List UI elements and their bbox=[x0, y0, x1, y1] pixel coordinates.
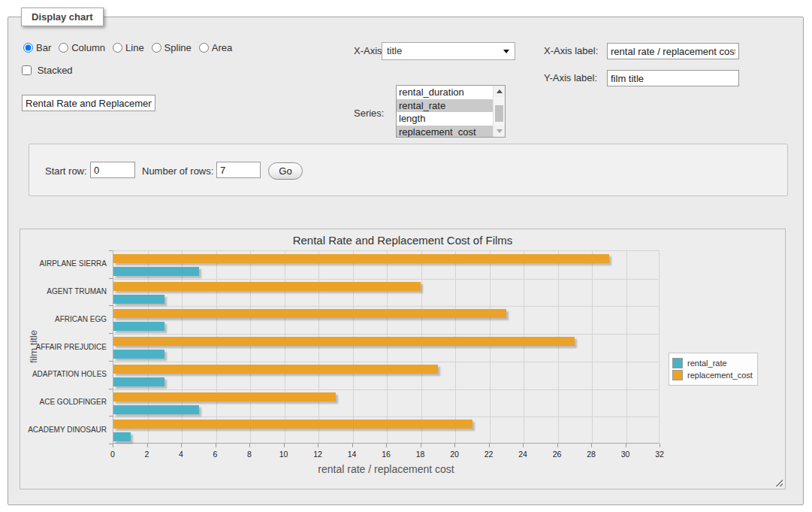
chart-type-radio-column[interactable] bbox=[59, 43, 68, 53]
y-axis-tick bbox=[109, 305, 113, 306]
series-listbox[interactable]: rental_durationrental_ratelengthreplacem… bbox=[396, 85, 506, 138]
x-axis-select-label: X-Axis: bbox=[354, 45, 385, 56]
series-option-length[interactable]: length bbox=[397, 112, 493, 126]
y-axis-tick bbox=[109, 333, 113, 334]
gridline-horizontal bbox=[113, 362, 659, 362]
gridline-vertical bbox=[353, 251, 354, 443]
chart-type-radio-bar[interactable] bbox=[23, 43, 33, 53]
number-of-rows-label: Number of rows: bbox=[142, 165, 213, 177]
y-category-label: AGENT TRUMAN bbox=[20, 287, 107, 295]
chart-type-option-line: Line bbox=[113, 42, 144, 53]
bar-replacement_cost bbox=[113, 337, 575, 346]
bar-rental_rate bbox=[113, 267, 199, 276]
chart-type-radio-label: Bar bbox=[36, 42, 51, 53]
y-axis-tick bbox=[109, 389, 113, 389]
series-options: rental_durationrental_ratelengthreplacem… bbox=[397, 86, 493, 137]
y-category-label: AIRPLANE SIERRA bbox=[20, 259, 107, 268]
chart-legend: rental_ratereplacement_cost bbox=[669, 353, 758, 386]
fieldset-legend: Display chart bbox=[21, 8, 104, 26]
chart-type-radio-line[interactable] bbox=[113, 43, 122, 53]
gridline-vertical bbox=[182, 251, 183, 443]
bar-rental_rate bbox=[113, 405, 199, 414]
gridline-vertical bbox=[524, 251, 524, 443]
listbox-scrollbar[interactable] bbox=[493, 86, 505, 137]
chart-x-axis-title: rental rate / replacement cost bbox=[113, 463, 660, 475]
x-axis-selected-value: title bbox=[387, 45, 402, 56]
chart-type-option-spline: Spline bbox=[152, 42, 192, 53]
y-axis-label-caption: Y-Axis label: bbox=[544, 72, 597, 83]
bar-rental_rate bbox=[113, 432, 131, 441]
x-axis-tick-label: 10 bbox=[273, 450, 295, 459]
bar-replacement_cost bbox=[113, 420, 472, 429]
gridline-vertical bbox=[148, 251, 149, 443]
y-axis-label-input[interactable] bbox=[607, 70, 739, 86]
chart-type-radio-label: Line bbox=[125, 42, 144, 53]
y-axis-tick bbox=[109, 416, 113, 417]
chart-type-radio-area[interactable] bbox=[199, 43, 209, 53]
bar-rental_rate bbox=[113, 350, 165, 359]
chart-type-radio-label: Column bbox=[71, 42, 105, 53]
series-select-label: Series: bbox=[354, 108, 384, 119]
chart-type-option-column: Column bbox=[59, 42, 105, 53]
x-axis-select[interactable]: title bbox=[382, 42, 515, 60]
gridline-horizontal bbox=[113, 279, 659, 280]
gridline-vertical bbox=[387, 251, 388, 443]
x-axis-tick-label: 12 bbox=[306, 450, 329, 459]
x-axis-tick-label: 18 bbox=[409, 450, 432, 459]
gridline-vertical bbox=[558, 251, 559, 443]
legend-label: rental_rate bbox=[687, 359, 727, 368]
legend-entry: rental_rate bbox=[672, 358, 753, 368]
series-option-rental_duration[interactable]: rental_duration bbox=[397, 86, 493, 99]
y-category-label: ADAPTATION HOLES bbox=[20, 370, 107, 378]
number-of-rows-input[interactable] bbox=[216, 162, 261, 178]
bar-replacement_cost bbox=[113, 309, 506, 318]
scrollbar-down-button[interactable] bbox=[494, 126, 505, 137]
scroll-down-arrow-icon bbox=[497, 129, 503, 133]
start-row-input[interactable] bbox=[90, 162, 135, 178]
chart-type-radio-label: Spline bbox=[165, 42, 192, 53]
legend-label: replacement_cost bbox=[687, 371, 753, 380]
x-axis-tick-label: 30 bbox=[614, 450, 637, 459]
series-option-replacement_cost[interactable]: replacement_cost bbox=[397, 126, 493, 138]
gridline-vertical bbox=[455, 251, 456, 443]
gridline-vertical bbox=[626, 251, 627, 443]
legend-swatch-replacement_cost bbox=[672, 370, 683, 380]
chart-title-input[interactable] bbox=[22, 95, 155, 111]
x-axis-tick-label: 24 bbox=[512, 450, 534, 459]
x-axis-tick bbox=[557, 444, 558, 447]
x-axis-tick bbox=[421, 444, 421, 447]
bar-rental_rate bbox=[113, 377, 165, 386]
y-category-label: ACADEMY DINOSAUR bbox=[20, 426, 107, 434]
y-category-label: ACE GOLDFINGER bbox=[20, 398, 107, 406]
x-axis-tick bbox=[284, 444, 285, 447]
x-axis-tick-label: 6 bbox=[204, 450, 227, 459]
gridline-vertical bbox=[318, 251, 319, 443]
gridline-vertical bbox=[421, 251, 422, 443]
x-axis-label-caption: X-Axis label: bbox=[544, 45, 598, 56]
series-option-rental_rate[interactable]: rental_rate bbox=[397, 99, 493, 113]
x-axis-tick bbox=[147, 444, 148, 447]
x-axis-tick-label: 22 bbox=[478, 450, 500, 459]
gridline-horizontal bbox=[113, 306, 659, 307]
x-axis-tick-label: 0 bbox=[101, 450, 124, 459]
select-dropdown-arrow-icon bbox=[503, 50, 509, 53]
gridline-horizontal bbox=[113, 417, 659, 417]
stacked-label-text: Stacked bbox=[38, 65, 73, 76]
chart-type-radio-label: Area bbox=[212, 42, 232, 53]
resize-handle-icon[interactable] bbox=[774, 477, 783, 486]
gridline-horizontal bbox=[113, 389, 659, 390]
x-axis-tick bbox=[216, 444, 216, 447]
bar-replacement_cost bbox=[113, 282, 421, 291]
row-range-panel: Start row: Number of rows: Go bbox=[29, 144, 788, 196]
x-axis-tick-label: 32 bbox=[648, 450, 671, 459]
scrollbar-up-button[interactable] bbox=[494, 86, 505, 97]
gridline-vertical bbox=[285, 251, 285, 443]
stacked-checkbox[interactable] bbox=[22, 65, 32, 75]
scrollbar-thumb[interactable] bbox=[495, 105, 503, 122]
chart-type-radio-spline[interactable] bbox=[152, 43, 161, 53]
go-button[interactable]: Go bbox=[268, 162, 303, 180]
stacked-checkbox-label: Stacked bbox=[22, 65, 73, 76]
bar-rental_rate bbox=[113, 295, 165, 304]
x-axis-label-input[interactable] bbox=[607, 43, 739, 59]
bar-replacement_cost bbox=[113, 392, 336, 401]
